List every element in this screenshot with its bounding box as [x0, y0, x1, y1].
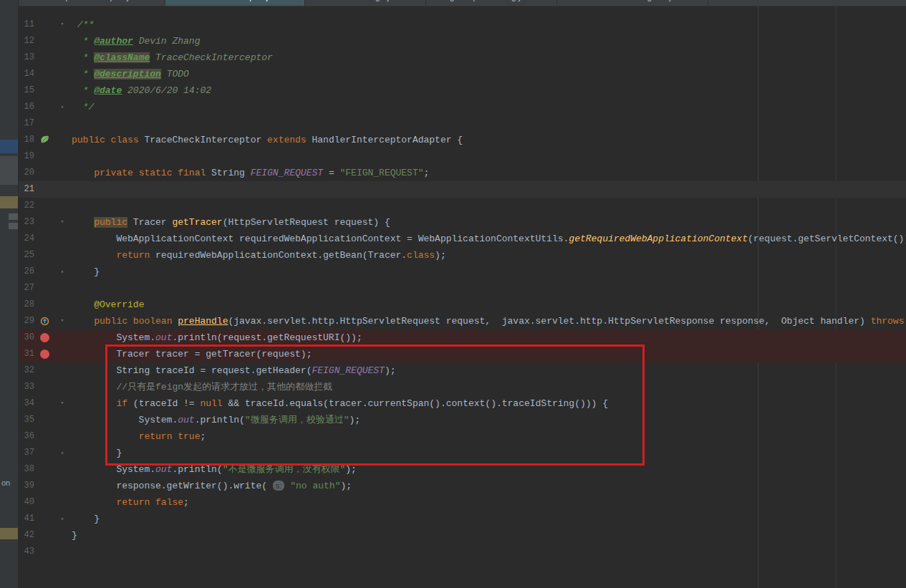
project-panel-fragment: [0, 528, 18, 539]
code-line: 32 String traceId = request.getHeader(FE…: [19, 362, 906, 379]
code-text[interactable]: [70, 181, 72, 198]
line-number[interactable]: 29: [19, 313, 34, 329]
tab-close-icon[interactable]: ✕: [148, 0, 153, 1]
line-number[interactable]: 20: [19, 165, 34, 181]
line-number[interactable]: 40: [19, 494, 34, 511]
line-number[interactable]: 22: [19, 198, 34, 214]
fold-marker-icon[interactable]: ▴: [54, 511, 70, 527]
line-number[interactable]: 25: [19, 247, 34, 264]
code-text[interactable]: if (traceId != null && traceId.equals(tr…: [70, 395, 608, 412]
tab-close-icon[interactable]: ✕: [287, 0, 293, 1]
line-number[interactable]: 24: [19, 231, 34, 247]
code-text[interactable]: response.getWriter().write( s: "no auth"…: [70, 478, 352, 494]
code-area[interactable]: 11▾ /**12 * @author Devin Zhang13 * @cla…: [19, 6, 906, 560]
line-number[interactable]: 43: [19, 544, 34, 560]
code-text[interactable]: Tracer tracer = getTracer(request);: [70, 346, 312, 362]
code-text[interactable]: }: [70, 445, 122, 461]
code-line: 12 * @author Devin Zhang: [19, 33, 906, 49]
line-number[interactable]: 15: [19, 82, 34, 99]
code-text[interactable]: System.out.println("微服务调用，校验通过");: [70, 412, 360, 428]
line-number[interactable]: 12: [19, 33, 34, 49]
code-text[interactable]: public class TraceCheckInterceptor exten…: [70, 132, 463, 148]
code-text[interactable]: return true;: [70, 428, 206, 445]
line-number[interactable]: 41: [19, 511, 34, 527]
fold-marker-icon[interactable]: ▾: [54, 395, 70, 412]
fold-slot: [54, 362, 70, 379]
breakpoint-icon[interactable]: [40, 333, 49, 342]
line-number[interactable]: 38: [19, 461, 34, 478]
line-number[interactable]: 28: [19, 297, 34, 313]
code-text[interactable]: [70, 115, 72, 132]
line-number[interactable]: 27: [19, 280, 34, 297]
tab-close-icon[interactable]: ✕: [408, 0, 414, 1]
editor-tab[interactable]: FeignRequestConfig.java✕: [426, 0, 557, 6]
line-number[interactable]: 30: [19, 329, 34, 346]
fold-slot: [54, 115, 70, 132]
line-number[interactable]: 42: [19, 527, 34, 544]
fold-marker-icon[interactable]: ▾: [54, 16, 70, 33]
code-text[interactable]: WebApplicationContext requiredWebApplica…: [70, 231, 906, 247]
line-number[interactable]: 32: [19, 362, 34, 379]
code-text[interactable]: */: [70, 99, 94, 115]
fold-marker-icon[interactable]: ▴: [54, 264, 70, 280]
code-text[interactable]: [70, 198, 72, 214]
override-method-icon[interactable]: [40, 317, 49, 326]
line-number[interactable]: 14: [19, 66, 34, 82]
code-text[interactable]: [70, 280, 72, 297]
code-text[interactable]: }: [70, 527, 77, 544]
line-number[interactable]: 21: [19, 181, 34, 198]
code-text[interactable]: return requiredWebApplicationContext.get…: [70, 247, 446, 264]
line-number[interactable]: 33: [19, 379, 34, 395]
code-editor[interactable]: 11▾ /**12 * @author Devin Zhang13 * @cla…: [19, 6, 906, 588]
line-number[interactable]: 23: [19, 214, 34, 231]
tab-close-icon[interactable]: ✕: [690, 0, 695, 1]
editor-tab[interactable]: TraceCheckInterceptor.java✕: [165, 0, 305, 6]
editor-tab[interactable]: GlobalWebMvcConfigurer.java✕: [557, 0, 708, 6]
line-number[interactable]: 39: [19, 478, 34, 494]
line-number[interactable]: 18: [19, 132, 34, 148]
code-text[interactable]: //只有是feign发起的请求才放过，其他的都做拦截: [70, 379, 332, 395]
code-text[interactable]: return false;: [70, 494, 189, 511]
spring-bean-icon[interactable]: [40, 135, 49, 145]
editor-tab[interactable]: UserServiceFeign.java✕: [305, 0, 426, 6]
fold-marker-icon[interactable]: ▾: [54, 313, 70, 329]
code-text[interactable]: * @className TraceCheckInterceptor: [70, 49, 273, 66]
code-text[interactable]: System.out.println("不是微服务调用，没有权限");: [70, 461, 357, 478]
code-text[interactable]: [70, 544, 72, 560]
code-text[interactable]: * @description TODO: [70, 66, 189, 82]
line-number[interactable]: 17: [19, 115, 34, 132]
code-text[interactable]: * @author Devin Zhang: [70, 33, 200, 49]
code-text[interactable]: private static final String FEIGN_REQUES…: [70, 165, 429, 181]
code-text[interactable]: System.out.println(request.getRequestURI…: [70, 329, 362, 346]
line-number[interactable]: 37: [19, 445, 34, 461]
line-number[interactable]: 36: [19, 428, 34, 445]
code-line: 41▴ }: [19, 511, 906, 527]
code-line: 33 //只有是feign发起的请求才放过，其他的都做拦截: [19, 379, 906, 395]
breakpoint-icon[interactable]: [40, 350, 49, 359]
line-number[interactable]: 19: [19, 148, 34, 165]
code-text[interactable]: [70, 148, 72, 165]
line-number[interactable]: 26: [19, 264, 34, 280]
code-text[interactable]: public boolean preHandle(javax.servlet.h…: [70, 313, 906, 329]
fold-marker-icon[interactable]: ▾: [54, 214, 70, 231]
line-number[interactable]: 34: [19, 395, 34, 412]
tab-close-icon[interactable]: ✕: [539, 0, 545, 1]
line-number[interactable]: 11: [19, 16, 34, 33]
code-text[interactable]: }: [70, 264, 100, 280]
line-number[interactable]: 31: [19, 346, 34, 362]
code-text[interactable]: @Override: [70, 297, 144, 313]
code-text[interactable]: /**: [70, 16, 94, 33]
code-text[interactable]: String traceId = request.getHeader(FEIGN…: [70, 362, 396, 379]
editor-tab[interactable]: TraceRequestInterceptor.java✕: [19, 0, 165, 6]
line-number[interactable]: 13: [19, 49, 34, 66]
code-text[interactable]: * @date 2020/6/20 14:02: [70, 82, 211, 99]
code-text[interactable]: }: [70, 511, 100, 527]
code-line: 40 return false;: [19, 494, 906, 511]
line-number[interactable]: 16: [19, 99, 34, 115]
code-text[interactable]: public Tracer getTracer(HttpServletReque…: [70, 214, 390, 231]
fold-marker-icon[interactable]: ▴: [54, 445, 70, 461]
tool-strip-label[interactable]: on: [1, 478, 10, 487]
line-number[interactable]: 35: [19, 412, 34, 428]
fold-marker-icon[interactable]: ▴: [54, 99, 70, 115]
project-panel-fragment: [0, 196, 18, 208]
